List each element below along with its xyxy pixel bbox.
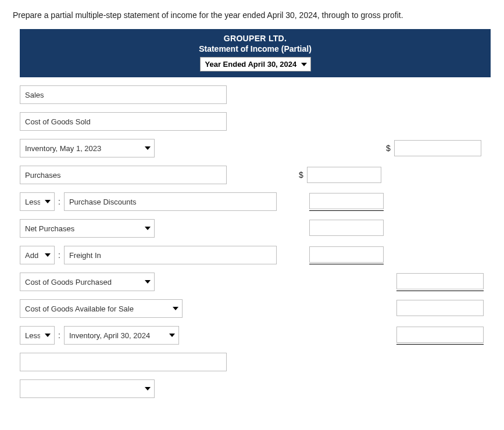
colon: :: [58, 331, 60, 340]
blank-label-input[interactable]: [20, 353, 227, 371]
cogs-purchased-select[interactable]: Cost of Goods Purchased: [20, 273, 155, 291]
row-purchase-discounts: Less :: [20, 192, 491, 211]
less-select-2[interactable]: Less: [20, 326, 55, 345]
begin-inventory-amount[interactable]: [394, 140, 481, 156]
end-inventory-select[interactable]: Inventory, April 30, 2024: [64, 326, 179, 345]
row-begin-inventory: Inventory, May 1, 2023 $: [20, 139, 491, 157]
row-blank-select: [20, 379, 491, 398]
blank-select[interactable]: [20, 379, 155, 398]
period-select[interactable]: Year Ended April 30, 2024: [200, 57, 311, 71]
cogs-available-amount[interactable]: [396, 300, 484, 316]
begin-inventory-select[interactable]: Inventory, May 1, 2023: [20, 139, 155, 157]
dollar-sign: $: [299, 170, 303, 180]
purchase-discounts-input[interactable]: [64, 192, 277, 211]
row-cogs-purchased: Cost of Goods Purchased: [20, 273, 491, 291]
net-purchases-amount[interactable]: [309, 220, 384, 236]
statement-body: Inventory, May 1, 2023 $ $ Less :: [20, 77, 491, 398]
colon: :: [58, 250, 60, 260]
row-cogs-heading: [20, 112, 491, 131]
dollar-sign: $: [386, 144, 391, 153]
freight-in-amount[interactable]: [309, 246, 384, 263]
row-net-purchases: Net Purchases: [20, 219, 491, 238]
company-name: GROUPER LTD.: [20, 34, 491, 43]
row-sales: [20, 85, 491, 104]
freight-in-input[interactable]: [64, 246, 277, 264]
statement-title: Statement of Income (Partial): [20, 44, 491, 53]
cogs-purchased-amount[interactable]: [396, 273, 484, 289]
cogs-available-select[interactable]: Cost of Goods Available for Sale: [20, 299, 183, 318]
end-inventory-amount[interactable]: [396, 327, 484, 343]
sales-input[interactable]: [20, 85, 227, 104]
row-blank-text: [20, 353, 491, 371]
purchase-discounts-amount[interactable]: [309, 193, 384, 209]
row-purchases: $: [20, 166, 491, 184]
statement-header: GROUPER LTD. Statement of Income (Partia…: [20, 29, 491, 77]
row-end-inventory: Less : Inventory, April 30, 2024: [20, 326, 491, 345]
row-freight-in: Add :: [20, 246, 491, 264]
add-select[interactable]: Add: [20, 246, 55, 264]
row-cogs-available: Cost of Goods Available for Sale: [20, 299, 491, 318]
less-select-1[interactable]: Less: [20, 192, 55, 211]
net-purchases-select[interactable]: Net Purchases: [20, 219, 155, 238]
purchases-input[interactable]: [20, 166, 227, 184]
colon: :: [58, 197, 60, 206]
cogs-input[interactable]: [20, 112, 227, 131]
purchases-amount[interactable]: [307, 167, 381, 183]
instruction-text: Prepare a partial multiple-step statemen…: [13, 10, 491, 20]
